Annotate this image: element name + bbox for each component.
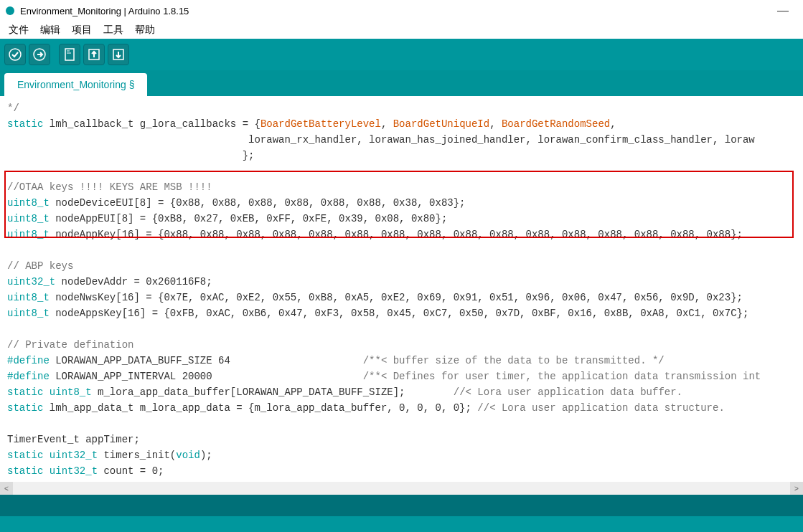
arrow-right-icon [33, 48, 46, 61]
check-icon [9, 48, 22, 61]
arrow-down-icon [112, 48, 125, 61]
file-icon [64, 48, 75, 61]
window-title: Environment_Monitoring | Arduino 1.8.15 [20, 6, 189, 16]
new-sketch-button[interactable] [59, 44, 80, 65]
scroll-track[interactable] [13, 482, 790, 495]
code-editor[interactable]: */ static lmh_callback_t g_lora_callback… [0, 96, 803, 495]
upload-button[interactable] [29, 44, 50, 65]
verify-button[interactable] [4, 44, 26, 65]
minimize-button[interactable]: — [769, 2, 797, 19]
menu-bar: 文件 编辑 项目 工具 帮助 [0, 22, 803, 39]
horizontal-scrollbar[interactable]: < > [0, 482, 803, 495]
svg-point-0 [9, 49, 21, 60]
arduino-logo-icon [6, 6, 14, 15]
scroll-right-icon[interactable]: > [790, 482, 803, 495]
toolbar [0, 39, 803, 70]
scroll-left-icon[interactable]: < [0, 482, 13, 495]
menu-file[interactable]: 文件 [3, 22, 34, 38]
menu-help[interactable]: 帮助 [129, 22, 161, 38]
menu-tools[interactable]: 工具 [98, 22, 129, 38]
status-strip [0, 495, 803, 516]
menu-sketch[interactable]: 项目 [66, 22, 98, 38]
open-sketch-button[interactable] [83, 44, 105, 65]
status-bar [0, 495, 803, 532]
menu-edit[interactable]: 编辑 [34, 22, 66, 38]
tab-strip: Environment_Monitoring § [0, 70, 803, 96]
title-bar: Environment_Monitoring | Arduino 1.8.15 … [0, 0, 803, 22]
code-content: */ static lmh_callback_t g_lora_callback… [0, 96, 803, 495]
arrow-up-icon [88, 48, 100, 61]
svg-rect-2 [65, 49, 74, 60]
tab-environment-monitoring[interactable]: Environment_Monitoring § [4, 73, 147, 96]
save-sketch-button[interactable] [108, 44, 129, 65]
